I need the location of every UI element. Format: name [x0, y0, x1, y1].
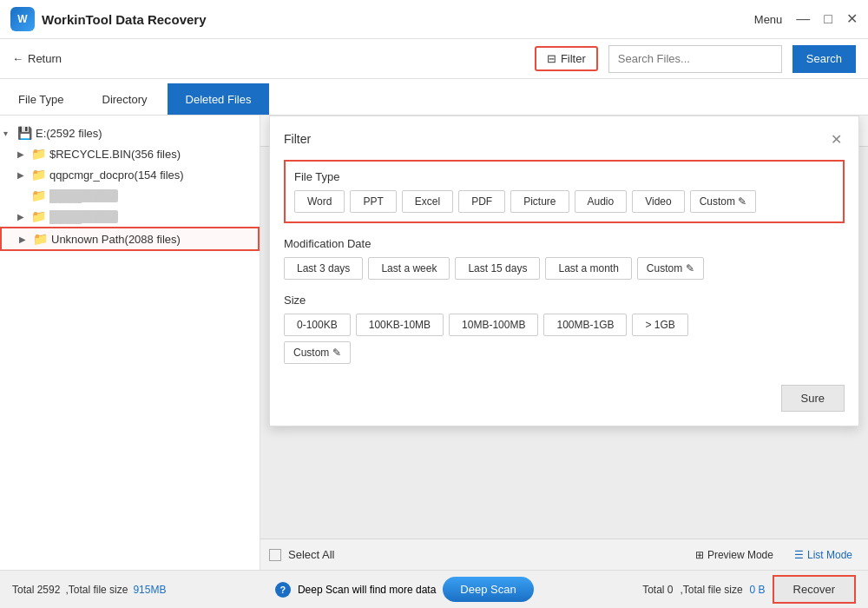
file-type-options: Word PPT Excel PDF Picture Audio Video C… [294, 190, 834, 213]
mod-date-section: Modification Date Last 3 days Last a wee… [284, 237, 845, 280]
tree-arrow-icon: ▾ [3, 129, 17, 138]
tab-directory[interactable]: Directory [84, 83, 166, 115]
total-file-size-right-label: ,Total file size [681, 584, 743, 596]
app-title: WorkinTool Data Recovery [42, 12, 754, 27]
deep-scan-button[interactable]: Deep Scan [443, 577, 533, 602]
deep-scan-info: Deep Scan will find more data [298, 584, 436, 596]
return-arrow-icon: ← [12, 52, 23, 65]
return-label: Return [28, 52, 62, 65]
main-content: ▾ 💾 E:(2592 files) ▶ 📁 $RECYCLE.BIN(356 … [0, 116, 868, 570]
filter-close-button[interactable]: ✕ [827, 130, 845, 148]
unknown-path-label: Unknown Path(2088 files) [51, 233, 181, 246]
recycle-label: $RECYCLE.BIN(356 files) [49, 148, 181, 161]
maximize-button[interactable]: □ [824, 12, 832, 26]
size-options: 0-100KB 100KB-10MB 10MB-100MB 100MB-1GB … [284, 314, 845, 336]
file-size-value: 915MB [133, 584, 166, 596]
blurred2-label: ████(1 files) [49, 210, 118, 223]
drive-label: E:(2592 files) [36, 127, 102, 140]
filter-video-btn[interactable]: Video [632, 190, 684, 213]
recover-button[interactable]: Recover [773, 575, 856, 604]
info-icon[interactable]: ? [275, 582, 291, 598]
size-title: Size [284, 294, 845, 307]
filter-date-custom-btn[interactable]: Custom ✎ [637, 257, 704, 280]
filter-panel-title: Filter [284, 132, 311, 146]
bottom-left-info: Total 2592 ,Total file size 915MB [12, 584, 166, 596]
bottom-bar: Total 2592 ,Total file size 915MB ? Deep… [0, 570, 868, 608]
size-section: Size 0-100KB 100KB-10MB 10MB-100MB 100MB… [284, 294, 845, 364]
blurred1-label: ████(1 files) [49, 189, 118, 202]
filter-button[interactable]: ⊟ Filter [535, 46, 598, 71]
tree-arrow-icon: ▶ [19, 235, 33, 244]
folder-icon: 📁 [33, 232, 48, 246]
file-size-right-value: 0 B [750, 584, 766, 596]
tree-arrow-icon: ▶ [17, 212, 31, 221]
filter-100mb-1gb-btn[interactable]: 100MB-1GB [543, 314, 627, 336]
filter-size-custom-btn[interactable]: Custom ✎ [284, 341, 351, 364]
sure-button[interactable]: Sure [781, 385, 845, 412]
tree-arrow-icon: ▶ [17, 170, 31, 180]
file-type-title: File Type [294, 170, 834, 183]
total-file-size-label: ,Total file size [65, 584, 128, 596]
filter-15days-btn[interactable]: Last 15 days [455, 257, 540, 280]
filter-header: Filter ✕ [284, 130, 845, 148]
filter-gt-1gb-btn[interactable]: > 1GB [632, 314, 687, 336]
total-right: Total 0 [642, 584, 673, 596]
filter-ppt-btn[interactable]: PPT [350, 190, 396, 213]
sure-btn-container: Sure [284, 378, 845, 412]
folder-icon: 📁 [31, 209, 46, 223]
return-button[interactable]: ← Return [12, 52, 62, 65]
tree-item-unknown[interactable]: ▶ 📁 Unknown Path(2088 files) [0, 227, 260, 251]
filter-week-btn[interactable]: Last a week [368, 257, 450, 280]
filter-100kb-10mb-btn[interactable]: 100KB-10MB [356, 314, 444, 336]
total-count: Total 2592 [12, 584, 60, 596]
mod-date-title: Modification Date [284, 237, 845, 250]
filter-audio-btn[interactable]: Audio [575, 190, 628, 213]
filter-excel-btn[interactable]: Excel [402, 190, 453, 213]
folder-icon: 📁 [31, 168, 46, 182]
tree-item-drive[interactable]: ▾ 💾 E:(2592 files) [0, 122, 260, 143]
filter-label: Filter [561, 52, 586, 65]
sidebar: ▾ 💾 E:(2592 files) ▶ 📁 $RECYCLE.BIN(356 … [0, 116, 260, 570]
tree-item-blurred1[interactable]: 📁 ████(1 files) [0, 185, 260, 206]
right-panel: File name ⇅ Type ⇅ Size ⇅ Modification D… [260, 116, 868, 570]
toolbar: ← Return ⊟ Filter Search [0, 39, 868, 79]
close-button[interactable]: ✕ [846, 12, 858, 26]
mod-date-options: Last 3 days Last a week Last 15 days Las… [284, 257, 845, 280]
drive-icon: 💾 [17, 126, 32, 140]
filter-picture-btn[interactable]: Picture [510, 190, 569, 213]
tab-file-type[interactable]: File Type [0, 83, 82, 115]
tree-item-recycle[interactable]: ▶ 📁 $RECYCLE.BIN(356 files) [0, 143, 260, 164]
filter-panel: Filter ✕ File Type Word PPT Excel PDF Pi… [269, 116, 859, 426]
search-input[interactable] [608, 45, 782, 73]
tree-item-qqpcmgr[interactable]: ▶ 📁 qqpcmgr_docpro(154 files) [0, 164, 260, 185]
filter-filetype-custom-btn[interactable]: Custom ✎ [690, 190, 757, 213]
filter-pdf-btn[interactable]: PDF [458, 190, 505, 213]
tabs-bar: File Type Directory Deleted Files [0, 79, 868, 116]
folder-icon: 📁 [31, 147, 46, 161]
logo-text: W [17, 13, 27, 25]
file-type-section: File Type Word PPT Excel PDF Picture Aud… [284, 160, 845, 223]
qqpcmgr-label: qqpcmgr_docpro(154 files) [49, 169, 184, 182]
bottom-right-info: Total 0 ,Total file size 0 B Recover [642, 575, 856, 604]
filter-10mb-100mb-btn[interactable]: 10MB-100MB [449, 314, 538, 336]
folder-icon: 📁 [31, 188, 46, 202]
filter-overlay: Filter ✕ File Type Word PPT Excel PDF Pi… [260, 116, 868, 570]
filter-icon: ⊟ [547, 52, 556, 65]
filter-word-btn[interactable]: Word [294, 190, 345, 213]
menu-label[interactable]: Menu [754, 13, 783, 26]
app-logo: W [10, 7, 35, 31]
tree-arrow-icon: ▶ [17, 149, 31, 159]
minimize-button[interactable]: — [796, 12, 810, 26]
filter-month-btn[interactable]: Last a month [545, 257, 631, 280]
title-bar: W WorkinTool Data Recovery Menu — □ ✕ [0, 0, 868, 39]
tab-deleted-files[interactable]: Deleted Files [168, 83, 270, 115]
bottom-center-info: ? Deep Scan will find more data Deep Sca… [174, 577, 634, 602]
filter-0-100kb-btn[interactable]: 0-100KB [284, 314, 351, 336]
search-button[interactable]: Search [792, 45, 856, 73]
tree-item-blurred2[interactable]: ▶ 📁 ████(1 files) [0, 206, 260, 227]
window-controls: Menu — □ ✕ [754, 12, 858, 26]
size-custom-group: Custom ✎ [284, 341, 845, 364]
filter-3days-btn[interactable]: Last 3 days [284, 257, 363, 280]
